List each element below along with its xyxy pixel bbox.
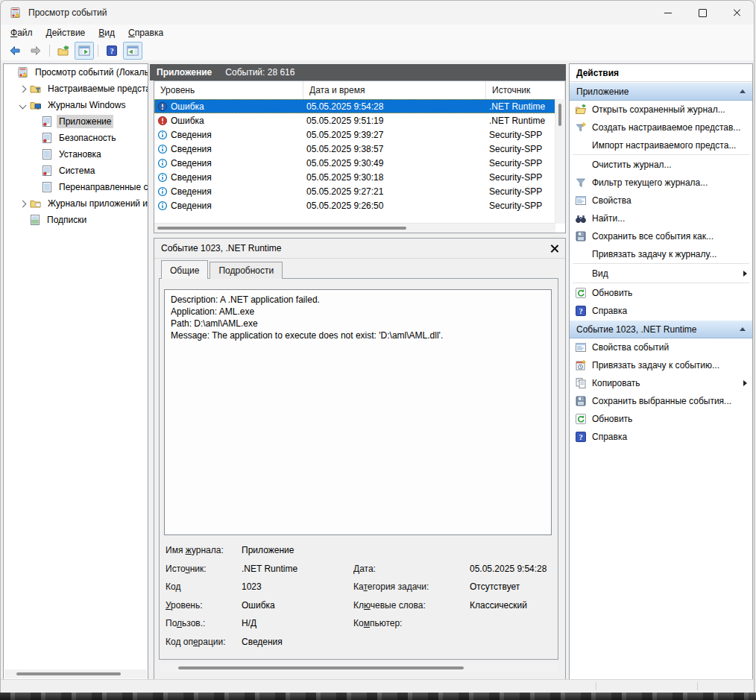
action-item[interactable]: ?Справка <box>570 302 752 320</box>
tab-details[interactable]: Подробности <box>210 262 283 279</box>
tree-item[interactable]: Просмотр событий (Локальный) <box>4 64 148 81</box>
menu-file[interactable]: Файл <box>4 26 40 40</box>
tree-expander-expanded-icon[interactable] <box>19 101 27 109</box>
filter-icon <box>575 177 587 189</box>
cell-level: Сведения <box>154 212 303 215</box>
action-item[interactable]: Свойства <box>570 192 752 209</box>
tree-expander-collapsed-icon[interactable] <box>19 85 27 92</box>
log-header-bar: Приложение Событий: 28 616 <box>150 64 566 81</box>
action-item[interactable]: Свойства событий <box>570 338 752 356</box>
event-row[interactable]: Ошибка05.05.2025 9:54:28.NET Runtime <box>154 99 555 113</box>
cell-level: Сведения <box>154 127 303 142</box>
tree-item-label: Просмотр событий (Локальный) <box>33 66 148 79</box>
detail-hscroll-thumb[interactable] <box>178 666 464 669</box>
find-icon <box>575 212 587 224</box>
list-vscroll-thumb[interactable] <box>558 104 561 126</box>
event-detail-pane: Событие 1023, .NET Runtime ОбщиеПодробно… <box>154 238 566 680</box>
section-title: Событие 1023, .NET Runtime <box>576 324 697 335</box>
detail-close-icon[interactable] <box>550 245 558 253</box>
event-row[interactable]: Сведения05.05.2025 9:30:18Security-SPP <box>154 170 555 184</box>
tree-item[interactable]: Установка <box>4 146 148 163</box>
action-item[interactable]: Копировать <box>570 374 752 392</box>
field-label: Имя журнала: <box>166 545 242 555</box>
action-item[interactable]: ?Справка <box>570 428 752 446</box>
actions-section-header[interactable]: Событие 1023, .NET Runtime <box>570 320 752 338</box>
tree-item[interactable]: Подписки <box>4 212 148 228</box>
open-saved-log-button[interactable] <box>54 42 73 60</box>
event-row[interactable]: Сведения05.05.2025 9:30:49Security-SPP <box>154 156 555 170</box>
list-horizontal-scrollbar[interactable] <box>154 223 555 233</box>
field-value: Ошибка <box>242 600 353 611</box>
list-hscroll-thumb[interactable] <box>157 227 406 230</box>
refresh-icon <box>575 413 587 425</box>
tree-expander-collapsed-icon[interactable] <box>19 200 27 207</box>
action-item-label: Справка <box>592 432 627 442</box>
tree-item-label: Безопасность <box>57 131 119 145</box>
action-item[interactable]: Создать настраиваемое представ... <box>570 119 752 136</box>
action-item[interactable]: Обновить <box>570 410 752 428</box>
tree-item[interactable]: Безопасность <box>4 130 148 146</box>
event-viewer-window: Просмотр событий ФайлДействиеВидСправка … <box>0 0 755 693</box>
actions-section-header[interactable]: Приложение <box>570 82 752 101</box>
show-action-pane-button[interactable] <box>123 42 142 60</box>
menu-view[interactable]: Вид <box>92 26 122 40</box>
event-row[interactable]: Сведения05.05.2025 9:26:50Security-SPP <box>154 198 555 212</box>
field-value: Сведения <box>242 637 353 647</box>
custom-views-folder-icon <box>30 83 42 95</box>
column-header-datetime[interactable]: Дата и время <box>303 81 486 99</box>
tree-item[interactable]: Настраиваемые представления <box>4 81 148 97</box>
tree-item[interactable]: Приложение <box>4 113 148 130</box>
column-header-level[interactable]: Уровень <box>154 81 303 99</box>
action-item[interactable]: Открыть сохраненный журнал... <box>570 101 752 119</box>
tree-horizontal-scrollbar[interactable] <box>4 669 147 678</box>
maximize-button[interactable] <box>685 1 719 25</box>
action-separator <box>570 154 752 156</box>
collapse-arrow-icon[interactable] <box>740 327 746 331</box>
column-header-source[interactable]: Источник <box>486 81 565 99</box>
event-row[interactable]: Сведения05.05.2025 9:27:21Security-SPP <box>154 184 555 198</box>
action-item[interactable]: Очистить журнал... <box>570 156 752 174</box>
action-item[interactable]: Фильтр текущего журнала... <box>570 174 752 192</box>
menu-action[interactable]: Действие <box>40 26 92 40</box>
description-line: Message: The application to execute does… <box>171 329 545 341</box>
close-button[interactable] <box>719 1 754 25</box>
tree-item[interactable]: Перенаправленные события <box>4 179 148 195</box>
action-item-label: Сохранить выбранные события... <box>592 396 731 406</box>
collapse-arrow-icon[interactable] <box>740 89 746 93</box>
help-button[interactable]: ? <box>102 42 122 60</box>
forward-button[interactable] <box>26 42 45 60</box>
error-icon <box>157 116 168 126</box>
cell-datetime: 05.05.2025 9:30:49 <box>303 156 486 170</box>
event-row[interactable]: Ошибка05.05.2025 9:51:19.NET Runtime <box>154 113 555 127</box>
action-item[interactable]: Обновить <box>570 284 752 302</box>
tree-item[interactable]: Журналы приложений и служб <box>4 195 148 212</box>
show-console-tree-button[interactable] <box>75 42 94 60</box>
event-row[interactable]: Сведения05.05.2025 9:16:25Security-SPP <box>154 212 555 215</box>
event-row[interactable]: Сведения05.05.2025 9:39:27Security-SPP <box>154 127 555 142</box>
action-item[interactable]: Привязать задачу к журналу... <box>570 245 752 263</box>
field-label: Уровень: <box>166 600 242 611</box>
event-row[interactable]: Сведения05.05.2025 9:38:57Security-SPP <box>154 142 555 156</box>
field-label: Дата: <box>353 564 470 574</box>
tab-general[interactable]: Общие <box>161 260 208 279</box>
minimize-button[interactable] <box>651 1 685 25</box>
cell-source: Security-SPP <box>486 184 555 198</box>
tree-spacer <box>32 185 37 189</box>
action-item[interactable]: Импорт настраиваемого предста... <box>570 136 752 154</box>
tree-item[interactable]: Система <box>4 163 148 179</box>
detail-horizontal-scrollbar[interactable] <box>160 663 557 672</box>
action-item[interactable]: Сохранить все события как... <box>570 227 752 245</box>
tree-hscroll-thumb[interactable] <box>16 672 121 675</box>
back-button[interactable] <box>5 42 25 60</box>
refresh-icon <box>575 287 587 299</box>
action-item[interactable]: Сохранить выбранные события... <box>570 392 752 410</box>
tree-item[interactable]: Журналы Windows <box>4 97 148 113</box>
action-item[interactable]: Найти... <box>570 209 752 227</box>
desktop-background-strip <box>0 693 756 700</box>
menu-help[interactable]: Справка <box>122 26 170 40</box>
action-item[interactable]: Вид <box>570 265 752 283</box>
list-vertical-scrollbar[interactable] <box>555 99 565 224</box>
action-item[interactable]: Привязать задачу к событию... <box>570 356 752 374</box>
svg-text:?: ? <box>579 307 582 315</box>
event-list: УровеньДата и времяИсточник Ошибка05.05.… <box>154 81 566 233</box>
